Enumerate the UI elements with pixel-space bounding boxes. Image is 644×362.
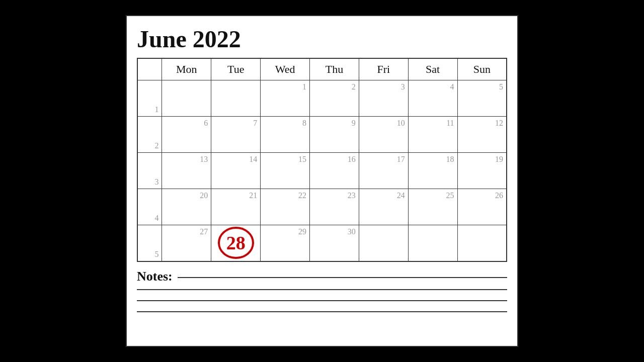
day-cell-2: 2 bbox=[310, 80, 359, 117]
day-cell-12: 12 bbox=[457, 117, 507, 153]
day-cell-11: 11 bbox=[408, 117, 457, 153]
day-cell-13: 13 bbox=[162, 153, 211, 189]
day-cell-4: 4 bbox=[408, 80, 457, 117]
day-cell-19: 19 bbox=[457, 153, 507, 189]
day-cell-5: 5 bbox=[457, 80, 507, 117]
highlighted-day: 28 bbox=[226, 232, 246, 254]
day-cell-30: 30 bbox=[310, 225, 359, 261]
day-cell-22: 22 bbox=[261, 189, 310, 225]
week-number-1: 1 bbox=[137, 80, 162, 117]
day-cell-26: 26 bbox=[457, 189, 507, 225]
calendar-container: June 2022 Mon Tue Wed Thu Fri Sat Sun 11… bbox=[126, 15, 518, 347]
notes-extra-lines bbox=[137, 289, 507, 312]
day-cell-empty bbox=[408, 225, 457, 261]
day-cell-7: 7 bbox=[211, 117, 261, 153]
day-cell-3: 3 bbox=[359, 80, 408, 117]
day-cell-8: 8 bbox=[261, 117, 310, 153]
day-cell-10: 10 bbox=[359, 117, 408, 153]
header-wed: Wed bbox=[261, 58, 310, 80]
day-cell-23: 23 bbox=[310, 189, 359, 225]
day-cell-21: 21 bbox=[211, 189, 261, 225]
header-tue: Tue bbox=[211, 58, 261, 80]
day-cell-14: 14 bbox=[211, 153, 261, 189]
notes-first-line bbox=[178, 277, 507, 278]
day-cell-17: 17 bbox=[359, 153, 408, 189]
calendar-grid: Mon Tue Wed Thu Fri Sat Sun 112345267891… bbox=[137, 58, 507, 262]
calendar-title: June 2022 bbox=[137, 25, 507, 53]
notes-line-3 bbox=[137, 300, 507, 301]
day-cell-29: 29 bbox=[261, 225, 310, 261]
week-number-4: 4 bbox=[137, 189, 162, 225]
notes-section: Notes: bbox=[137, 269, 507, 312]
header-sun: Sun bbox=[457, 58, 507, 80]
day-cell-empty bbox=[211, 80, 261, 117]
header-fri: Fri bbox=[359, 58, 408, 80]
day-cell-20: 20 bbox=[162, 189, 211, 225]
notes-label: Notes: bbox=[137, 269, 173, 284]
header-sat: Sat bbox=[408, 58, 457, 80]
day-cell-empty bbox=[457, 225, 507, 261]
day-cell-1: 1 bbox=[261, 80, 310, 117]
day-cell-24: 24 bbox=[359, 189, 408, 225]
day-cell-empty bbox=[359, 225, 408, 261]
day-cell-18: 18 bbox=[408, 153, 457, 189]
day-cell-9: 9 bbox=[310, 117, 359, 153]
day-cell-6: 6 bbox=[162, 117, 211, 153]
week-number-3: 3 bbox=[137, 153, 162, 189]
header-thu: Thu bbox=[310, 58, 359, 80]
week-number-2: 2 bbox=[137, 117, 162, 153]
day-cell-15: 15 bbox=[261, 153, 310, 189]
week-num-header bbox=[137, 58, 162, 80]
day-cell-25: 25 bbox=[408, 189, 457, 225]
day-cell-27: 27 bbox=[162, 225, 211, 261]
day-cell-28: 28 bbox=[211, 225, 261, 261]
notes-line-2 bbox=[137, 289, 507, 290]
notes-line-4 bbox=[137, 311, 507, 312]
day-cell-16: 16 bbox=[310, 153, 359, 189]
day-cell-empty bbox=[162, 80, 211, 117]
week-number-5: 5 bbox=[137, 225, 162, 261]
header-mon: Mon bbox=[162, 58, 211, 80]
